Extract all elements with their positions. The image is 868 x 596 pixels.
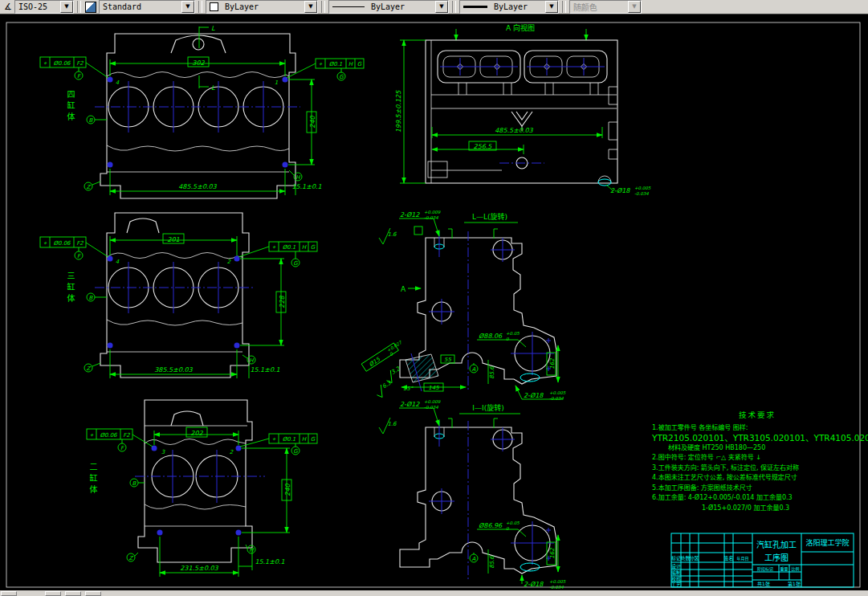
view-label-4cyl: 四缸体 — [66, 90, 74, 124]
dim-d: 162 — [549, 548, 556, 559]
gdt-datum: G — [311, 436, 316, 443]
roughness-box — [414, 227, 422, 235]
bottom-note: 2-Ø18 — [524, 581, 544, 588]
gdt-symbol: ⌖ — [272, 436, 276, 443]
section-title: L—L(旋转) — [472, 212, 507, 221]
holes-note-sup: +0.005 — [634, 186, 651, 190]
datum-circle: B — [132, 480, 137, 487]
tech-req-allowance2: 1-Ø15+0.027/0 加工余量0.3 — [702, 504, 862, 514]
gdt-tolerance: Ø0.06 — [53, 240, 71, 247]
gdt-datum: F2 — [76, 240, 84, 247]
angle-dim: 15° — [403, 386, 414, 392]
tech-req-part-numbers: YTR2105.020101、YTR3105.020101、YTR4105.02… — [652, 433, 862, 443]
dim-bolt-height: 228 — [279, 295, 286, 308]
cut-line-label: L — [211, 25, 215, 32]
dim-bolt-height: 240 — [284, 483, 291, 496]
bottom-note-sup: +0.005 — [549, 579, 566, 584]
dim-offset: 15.1±0.1 — [250, 366, 279, 374]
view-label-2cyl: 二缸体 — [88, 463, 96, 496]
datum-circle: Z — [129, 555, 134, 561]
datum-circle: F — [77, 73, 81, 80]
bore-dim: Ø88.06 — [479, 333, 503, 340]
gdt-symbol: ⌖ — [43, 60, 47, 67]
view-a-label: A 向视图 — [506, 23, 535, 32]
tech-req-title: 技术要求 — [652, 410, 862, 421]
bore-sup: +0.05 — [506, 331, 520, 336]
datum-circle: H — [249, 547, 254, 553]
technical-requirements: 技术要求 1.被加工零件号 各坐标编号 图样: YTR2105.020101、Y… — [652, 410, 862, 513]
tech-req-allowance1: 6.加工余量: 4-Ø12+0.005/-0.014 加工余量0.3 — [652, 493, 862, 504]
gdt-datum: F2 — [123, 432, 130, 439]
drill-note-sup: +0.009 — [424, 399, 441, 404]
hole-number: 1 — [275, 80, 278, 86]
hole-number: 2 — [230, 449, 234, 455]
drill-note: 2-Ø12 — [400, 211, 420, 218]
drill-note-sup: +0.009 — [424, 210, 441, 214]
bottom-button[interactable] — [65, 591, 81, 596]
gdt-frame-left: ⌖ Ø0.06 F2 — [40, 237, 108, 257]
tb-row-process: 工艺 — [671, 582, 681, 587]
gdt-symbol: ⌖ — [43, 240, 47, 247]
bottom-note-sub: -0.034 — [549, 396, 564, 401]
tb-col-date: 年月日 — [736, 556, 748, 561]
datum-circle: H — [295, 174, 300, 181]
datum-circle: B — [89, 295, 94, 301]
finish-value: 6.3 — [381, 379, 393, 390]
tech-req-material: 材料及硬度 HT250 HB180—250 — [668, 443, 862, 454]
bottom-button[interactable] — [85, 591, 101, 596]
gdt-tolerance: Ø0.06 — [100, 432, 117, 439]
bore-dim: Ø86.96 — [479, 522, 503, 529]
bore-sup: +0.05 — [506, 520, 520, 525]
gdt-symbol: ⌖ — [90, 432, 94, 439]
dim-c: 85.6 — [489, 556, 495, 569]
dim-overall-length: 385.5±0.03 — [154, 366, 193, 374]
section-title: I—I(旋转) — [472, 403, 503, 412]
holes-note-sub: -0.034 — [634, 191, 649, 196]
dim-boxed: 256.5 — [474, 143, 493, 150]
gdt-datum: G — [311, 244, 316, 251]
section-ll: L—L(旋转) 2-Ø12 +0.009 -0.034 1.6 A Ø88.06… — [361, 210, 566, 401]
top-view-a: A 向视图 — [395, 23, 651, 196]
bottom-note: 2-Ø18 — [524, 392, 544, 399]
dim-boxed-b: 145 — [428, 385, 439, 391]
tech-req-line: 3.工件装夹方向: 箭头向下, 标注定位, 保证左右对称 — [652, 463, 862, 474]
bottom-button[interactable] — [1, 591, 17, 596]
dim-boxed-a: 55 — [444, 357, 451, 363]
gdt-symbol: ⌖ — [272, 244, 276, 251]
datum-circle: G — [339, 74, 344, 80]
pin-dim-group: Ø15 +0.027 0 — [361, 339, 406, 373]
datum-circle: Z — [87, 365, 92, 372]
holes-note: 2-Ø18 — [610, 187, 630, 194]
cad-application-window: ∡ ISO-25 ▼ Standard ▼ ByLayer ▼ ByLayer … — [0, 0, 868, 596]
hole-number: 4 — [116, 80, 120, 86]
datum-circle: G — [293, 260, 298, 267]
tb-col-sign: 签名 — [723, 555, 733, 561]
title-block: 标记 处数 分区 签名 年月日 设计 编制 校核 工艺 汽缸孔加工 工序图 阶段… — [671, 533, 854, 587]
gdt-tolerance: Ø0.1 — [329, 61, 343, 67]
datum-circle: F — [77, 253, 81, 259]
gdt-datum: H — [302, 436, 307, 443]
tb-col-mark: 标记 — [671, 555, 681, 561]
tech-req-line: 2.图中符号: 定位符号 ⌐△ 夹紧符号 ↓ — [652, 453, 862, 463]
drill-note: 2-Ø12 — [400, 401, 420, 408]
dim-width: 485.5±0.03 — [495, 127, 533, 134]
tb-scale-label: 比例 — [791, 566, 799, 572]
datum-circle: Z — [87, 184, 92, 190]
datum-circle: G — [293, 448, 298, 455]
gdt-datum: F2 — [76, 60, 84, 67]
dim-bore-spacing: 201 — [167, 236, 179, 243]
bottom-button[interactable] — [45, 591, 61, 596]
gdt-symbol: ⌖ — [319, 61, 323, 67]
tb-col-zone: 分区 — [689, 555, 699, 561]
tb-sheets: 共1张 — [757, 581, 770, 587]
dim-offset: 15.1±0.1 — [255, 558, 284, 565]
datum-circle: F — [120, 445, 124, 451]
gdt-tolerance: Ø0.1 — [283, 436, 296, 443]
gdt-tolerance: Ø0.06 — [53, 60, 71, 67]
tech-req-line: 5.本加工序图备: 方案图纸技术尺寸 — [652, 484, 862, 494]
cut-arrow-label: A — [401, 285, 406, 293]
dim-height: 199.5±0.125 — [395, 90, 402, 133]
front-view-2cyl: 202 231.5±0.03 15.1±0.1 240 ⌖ Ø0.06 F2 — [87, 400, 317, 577]
datum-circle: A — [472, 556, 476, 562]
bottom-note-sub: -0.034 — [549, 585, 564, 590]
